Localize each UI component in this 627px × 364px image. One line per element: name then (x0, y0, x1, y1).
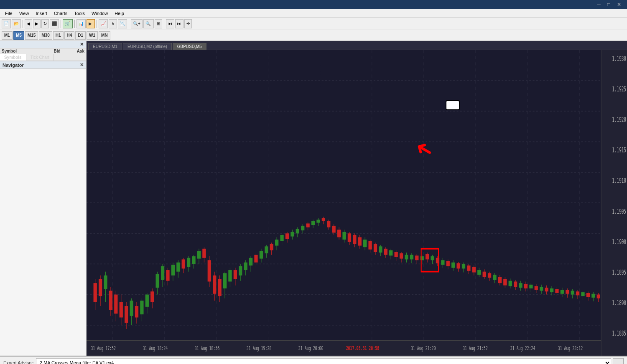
grid-btn[interactable]: ⊞ (155, 19, 162, 28)
svg-rect-131 (379, 246, 382, 253)
svg-rect-53 (176, 263, 180, 272)
svg-rect-154 (436, 258, 439, 263)
market-watch-tabs: Symbols Tick Chart (0, 54, 86, 61)
new-order-icon: 🛒 (65, 21, 70, 26)
svg-rect-103 (306, 223, 309, 227)
svg-text:1.1910: 1.1910 (612, 177, 626, 185)
chart-tab-eurusd-m2[interactable]: EURUSD,M2 (offline) (123, 43, 172, 50)
timeframe-toolbar: M1 M5 M15 M30 H1 H4 D1 W1 MN (0, 30, 627, 41)
svg-text:1.1895: 1.1895 (612, 268, 626, 276)
scroll-left-btn[interactable]: ⏮ (166, 19, 174, 28)
autotrading-btn[interactable]: ▶ (87, 19, 95, 28)
menu-charts[interactable]: Charts (51, 10, 71, 17)
expert-properties-btn[interactable] (613, 358, 624, 364)
menu-file[interactable]: File (2, 10, 16, 17)
new-order-btn[interactable]: 🛒 (63, 19, 73, 28)
ea-dropdown[interactable]: 2 MA Crosses Mega filter EA V1.ex4 (36, 358, 611, 364)
svg-rect-117 (342, 232, 346, 240)
close-navigator-icon[interactable]: ✕ (80, 62, 84, 68)
svg-rect-109 (322, 218, 325, 221)
svg-text:31 Aug 21:20: 31 Aug 21:20 (411, 345, 436, 352)
svg-rect-97 (291, 232, 294, 237)
svg-rect-43 (150, 291, 154, 302)
menu-window[interactable]: Window (88, 10, 111, 17)
svg-rect-105 (311, 221, 315, 225)
menu-bar: File View Insert Charts Tools Window Hel… (0, 9, 627, 18)
close-button[interactable]: ✕ (614, 2, 624, 8)
svg-rect-27 (109, 291, 112, 310)
svg-rect-208 (576, 291, 579, 295)
menu-tools[interactable]: Tools (71, 10, 88, 17)
tab-tick-chart[interactable]: Tick Chart (26, 54, 54, 61)
zoom-in-btn[interactable]: 🔍+ (131, 19, 143, 28)
fwd-btn[interactable]: ▶ (33, 19, 41, 28)
zoom-out-btn[interactable]: 🔍- (143, 19, 154, 28)
tf-mn[interactable]: MN (99, 31, 110, 40)
candlestick-btn[interactable]: 🕯 (109, 19, 117, 28)
maximize-button[interactable]: □ (605, 2, 613, 8)
back-btn[interactable]: ◀ (25, 19, 32, 28)
svg-rect-91 (275, 240, 278, 246)
tf-m30[interactable]: M30 (39, 31, 52, 40)
title-bar-controls: ─ □ ✕ (594, 2, 624, 8)
svg-rect-210 (581, 292, 584, 296)
menu-help[interactable]: Help (111, 10, 127, 17)
tf-d1[interactable]: D1 (75, 31, 86, 40)
svg-rect-180 (503, 279, 507, 286)
tf-h4[interactable]: H4 (64, 31, 75, 40)
col-symbol: Symbol (0, 48, 40, 54)
scroll-right-btn[interactable]: ⏭ (175, 19, 184, 28)
svg-rect-37 (135, 306, 138, 317)
svg-rect-152 (431, 256, 434, 260)
minimize-button[interactable]: ─ (594, 2, 603, 8)
svg-rect-139 (400, 253, 403, 259)
bar-chart-btn[interactable]: 📈 (99, 19, 108, 28)
tf-w1[interactable]: W1 (87, 31, 98, 40)
sep4 (97, 20, 97, 28)
chart-tab-eurusd-m1[interactable]: EURUSD,M1 (88, 43, 122, 50)
refresh-btn[interactable]: ↻ (41, 19, 49, 28)
crosshair-btn[interactable]: ✛ (184, 19, 192, 28)
svg-rect-77 (239, 266, 242, 276)
chart-canvas[interactable]: 1.1930 1.1925 1.1920 1.1915 1.1910 1.190… (87, 50, 627, 356)
navigator-header: Navigator ✕ (0, 61, 86, 69)
svg-rect-127 (368, 241, 372, 250)
svg-rect-41 (145, 295, 149, 307)
new-file-btn[interactable]: 📄 (2, 19, 11, 28)
tab-symbols[interactable]: Symbols (0, 54, 26, 61)
tf-h1[interactable]: H1 (53, 31, 64, 40)
menu-insert[interactable]: Insert (32, 10, 51, 17)
sep6 (164, 20, 164, 28)
open-btn[interactable]: 📂 (12, 19, 21, 28)
sep5 (129, 20, 129, 28)
menu-view[interactable]: View (16, 10, 33, 17)
svg-rect-184 (514, 281, 517, 287)
svg-rect-49 (166, 270, 169, 281)
navigator-title: Navigator (3, 63, 24, 68)
svg-rect-39 (140, 301, 143, 314)
stop-btn[interactable]: ⬛ (50, 19, 59, 28)
svg-rect-61 (197, 251, 201, 258)
svg-rect-121 (353, 235, 356, 244)
svg-rect-186 (519, 283, 522, 288)
line-chart-btn[interactable]: 📉 (118, 19, 127, 28)
close-market-watch-icon[interactable]: ✕ (80, 42, 84, 47)
chart-tab-gbpusd-m5[interactable]: GBPUSD,M5 (173, 43, 206, 50)
chart-tabs: EURUSD,M1 EURUSD,M2 (offline) GBPUSD,M5 (87, 41, 627, 50)
chart-area: EURUSD,M1 EURUSD,M2 (offline) GBPUSD,M5 (87, 41, 627, 356)
left-panel: ✕ Symbol Bid Ask Symbols Tick Chart (0, 41, 87, 356)
tf-m15[interactable]: M15 (25, 31, 38, 40)
svg-rect-23 (99, 279, 102, 296)
market-watch-header: ✕ (0, 41, 86, 48)
chart-type1[interactable]: 📊 (76, 19, 86, 28)
tf-m1[interactable]: M1 (2, 31, 13, 40)
svg-rect-79 (244, 263, 247, 270)
svg-rect-172 (483, 272, 486, 277)
svg-rect-67 (213, 276, 216, 294)
ea-row: Expert Advisor: 2 MA Crosses Mega filter… (0, 356, 627, 364)
tf-m5[interactable]: M5 (13, 31, 24, 40)
sep1 (23, 20, 23, 28)
svg-text:31 Aug 20:00: 31 Aug 20:00 (298, 345, 324, 352)
svg-rect-95 (285, 233, 289, 239)
svg-rect-29 (114, 295, 117, 314)
